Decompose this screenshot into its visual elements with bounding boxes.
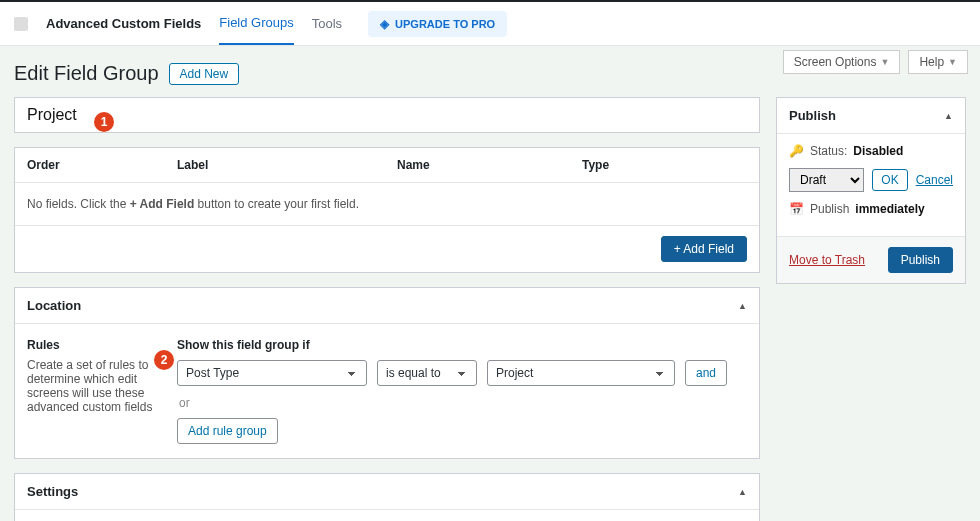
brand-title: Advanced Custom Fields [46, 16, 201, 31]
collapse-icon[interactable]: ▲ [738, 301, 747, 311]
add-rule-group-button[interactable]: Add rule group [177, 418, 278, 444]
annotation-badge-1: 1 [94, 112, 114, 132]
nav-field-groups[interactable]: Field Groups [219, 2, 293, 45]
col-name: Name [397, 158, 582, 172]
location-sidebar: Rules Create a set of rules to determine… [15, 324, 165, 458]
col-order: Order [27, 158, 177, 172]
top-nav: Advanced Custom Fields Field Groups Tool… [0, 0, 980, 46]
collapse-icon[interactable]: ▲ [944, 111, 953, 121]
state-row: Draft OK Cancel [789, 168, 953, 192]
upgrade-label: UPGRADE TO PRO [395, 18, 495, 30]
gem-icon: ◈ [380, 17, 389, 31]
status-row: 🔑 Status: Disabled [789, 144, 953, 158]
rule-operator-select[interactable]: is equal to [377, 360, 477, 386]
location-head[interactable]: Location ▲ [15, 288, 759, 324]
publish-footer: Move to Trash Publish [777, 236, 965, 283]
screen-options-button[interactable]: Screen Options▼ [783, 50, 901, 74]
publish-head[interactable]: Publish ▲ [777, 98, 965, 134]
show-if-label: Show this field group if [177, 338, 747, 352]
chevron-down-icon: ▼ [948, 57, 957, 67]
add-new-button[interactable]: Add New [169, 63, 240, 85]
rule-param-select[interactable]: Post Type [177, 360, 367, 386]
schedule-row: 📅 Publish immediately [789, 202, 953, 216]
col-type: Type [582, 158, 747, 172]
fields-panel: Order Label Name Type No fields. Click t… [14, 147, 760, 273]
key-icon: 🔑 [789, 144, 804, 158]
location-panel: Location ▲ Rules Create a set of rules t… [14, 287, 760, 459]
help-button[interactable]: Help▼ [908, 50, 968, 74]
publish-state-select[interactable]: Draft [789, 168, 864, 192]
group-title-input[interactable] [14, 97, 760, 133]
move-to-trash-link[interactable]: Move to Trash [789, 253, 865, 267]
title-wrap: 1 [14, 97, 760, 147]
page-title: Edit Field Group [14, 62, 159, 85]
fields-empty-state: No fields. Click the + Add Field button … [15, 183, 759, 225]
nav-tools[interactable]: Tools [312, 3, 342, 44]
cancel-link[interactable]: Cancel [916, 173, 953, 187]
col-label: Label [177, 158, 397, 172]
settings-head[interactable]: Settings ▲ [15, 474, 759, 510]
acf-logo-icon [14, 17, 28, 31]
setting-active: Active 3 Yes [15, 510, 759, 521]
calendar-icon: 📅 [789, 202, 804, 216]
rule-value-select[interactable]: Project [487, 360, 675, 386]
settings-panel: Settings ▲ Active 3 Yes Show in REST API… [14, 473, 760, 521]
publish-panel: Publish ▲ 🔑 Status: Disabled Draft OK Ca… [776, 97, 966, 284]
screen-actions: Screen Options▼ Help▼ [783, 50, 968, 74]
rule-row: Post Type is equal to Project and [177, 360, 747, 386]
publish-button[interactable]: Publish [888, 247, 953, 273]
fields-footer: + Add Field [15, 225, 759, 272]
annotation-badge-2: 2 [154, 350, 174, 370]
or-label: or [179, 396, 747, 410]
chevron-down-icon: ▼ [880, 57, 889, 67]
location-rules: 2 Show this field group if Post Type is … [165, 324, 759, 458]
fields-table-header: Order Label Name Type [15, 148, 759, 183]
upgrade-button[interactable]: ◈ UPGRADE TO PRO [368, 11, 507, 37]
ok-button[interactable]: OK [872, 169, 907, 191]
and-button[interactable]: and [685, 360, 727, 386]
collapse-icon[interactable]: ▲ [738, 487, 747, 497]
add-field-button[interactable]: + Add Field [661, 236, 747, 262]
